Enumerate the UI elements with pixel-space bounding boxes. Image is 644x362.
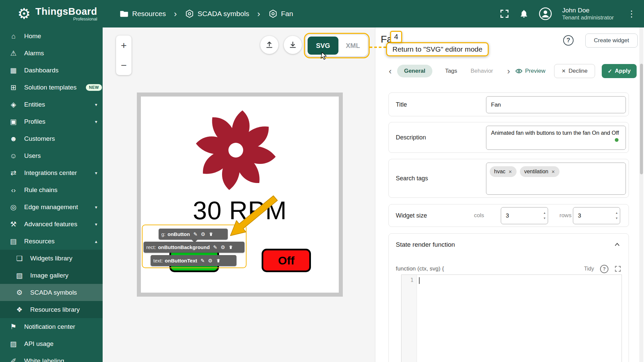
tabs-next-icon[interactable]: › <box>507 67 510 75</box>
tabs-prev-icon[interactable]: ‹ <box>389 67 392 75</box>
avatar[interactable] <box>539 7 552 20</box>
editor-help-button[interactable]: ? <box>600 265 608 273</box>
sidebar-item-rule-chains[interactable]: ‹›Rule chains <box>0 181 103 198</box>
tutorial-step-number: 4 <box>390 31 402 43</box>
apply-button[interactable]: ✓ Apply <box>602 64 637 78</box>
sidebar-item-api-usage[interactable]: ▨API usage <box>0 335 103 352</box>
scada-symbol-icon <box>268 9 278 18</box>
sidebar-item-image-gallery[interactable]: ▧Image gallery <box>0 267 103 284</box>
thingsboard-logo-icon: ⚙ <box>17 6 31 21</box>
download-button[interactable] <box>284 36 302 54</box>
edit-pencil-icon[interactable]: ✎ <box>193 231 198 237</box>
function-header-row: function (ctx, svg) { Tidy ? <box>396 263 621 275</box>
cols-input[interactable] <box>501 207 548 224</box>
cols-stepper: ▴ ▾ <box>501 207 548 224</box>
breadcrumb-scada-symbols[interactable]: SCADA symbols <box>185 9 249 18</box>
notification-center-icon: ⚑ <box>9 323 18 331</box>
kebab-menu-icon[interactable]: ⋮ <box>627 9 636 19</box>
edit-pencil-icon[interactable]: ✎ <box>201 258 205 264</box>
description-field-card: Description Animated fan with buttons to… <box>388 122 629 153</box>
trash-icon[interactable] <box>209 232 213 237</box>
stepper-down-icon[interactable]: ▾ <box>616 217 618 220</box>
sidebar-item-home[interactable]: ⌂Home <box>0 27 103 45</box>
breadcrumb-fan[interactable]: Fan <box>268 9 293 18</box>
zoom-in-button[interactable]: + <box>116 41 131 51</box>
collapse-chevron-icon[interactable] <box>614 242 621 248</box>
function-signature: function (ctx, svg) { <box>396 265 444 272</box>
notifications-bell-icon[interactable] <box>519 9 529 18</box>
sidebar-item-label: Rule chains <box>24 186 57 194</box>
app-tagline: Professional <box>73 16 97 21</box>
tidy-button[interactable]: Tidy <box>584 266 594 272</box>
sidebar-item-alarms[interactable]: ⚠Alarms <box>0 45 103 62</box>
tag-row-onButtonText: text: onButtonText ✎ ⚙ <box>151 255 236 266</box>
state-render-card: State render function function (ctx, svg… <box>388 233 629 362</box>
stepper-up-icon[interactable]: ▴ <box>616 211 618 215</box>
rows-input[interactable] <box>573 207 620 224</box>
app-logo[interactable]: ⚙ ThingsBoard Professional <box>0 6 103 21</box>
home-icon: ⌂ <box>9 32 18 40</box>
sidebar-item-advanced-features[interactable]: ⚒Advanced features▾ <box>0 216 103 233</box>
settings-gear-icon[interactable]: ⚙ <box>201 231 205 237</box>
sidebar-item-label: Customers <box>24 135 55 142</box>
tag-chip-ventilation[interactable]: ventilation ✕ <box>520 166 559 177</box>
sidebar-item-resources[interactable]: ▤Resources▴ <box>0 233 103 250</box>
trash-icon[interactable] <box>228 245 233 250</box>
editor-code-area[interactable] <box>417 275 622 362</box>
top-bar: ⚙ ThingsBoard Professional Resources › S… <box>0 0 644 27</box>
sidebar-item-edge-management[interactable]: ◎Edge management▾ <box>0 198 103 216</box>
new-badge: NEW <box>86 84 102 91</box>
settings-gear-icon[interactable]: ⚙ <box>208 258 212 264</box>
sidebar-item-label: Solution templates <box>24 84 76 91</box>
sidebar-item-widgets-library[interactable]: ❏Widgets library <box>0 250 103 267</box>
fan-off-button[interactable]: Off <box>262 249 311 272</box>
sidebar-item-notification-center[interactable]: ⚑Notification center <box>0 318 103 335</box>
stepper-up-icon[interactable]: ▴ <box>544 211 545 215</box>
tag-chip-hvac[interactable]: hvac ✕ <box>490 166 517 177</box>
stepper-down-icon[interactable]: ▾ <box>544 217 545 220</box>
trash-icon[interactable] <box>216 258 221 263</box>
sidebar-item-white-labeling[interactable]: ✐White labeling <box>0 352 103 362</box>
help-button[interactable]: ? <box>563 35 574 46</box>
upload-button[interactable] <box>260 36 278 54</box>
sidebar-item-scada-symbols[interactable]: ⚙SCADA symbols <box>0 284 103 301</box>
integrations-icon: ⇄ <box>9 169 18 177</box>
panel-scrollbar[interactable] <box>639 27 643 362</box>
preview-button[interactable]: Preview <box>515 67 545 75</box>
decline-button[interactable]: ✕ Decline <box>554 64 595 78</box>
title-input[interactable] <box>486 96 626 113</box>
chip-close-icon[interactable]: ✕ <box>508 169 512 174</box>
sidebar-item-customers[interactable]: ☻Customers <box>0 130 103 147</box>
sidebar-item-entities[interactable]: ◈Entities▾ <box>0 96 103 113</box>
sidebar-item-resources-library[interactable]: ❖Resources library <box>0 301 103 318</box>
scrollbar-thumb[interactable] <box>640 64 643 174</box>
fan-blades-graphic[interactable] <box>196 110 276 190</box>
sidebar-item-users[interactable]: ☺Users <box>0 147 103 164</box>
tab-tags[interactable]: Tags <box>445 68 457 74</box>
settings-gear-icon[interactable]: ⚙ <box>221 244 225 250</box>
description-textarea[interactable]: Animated fan with buttons to turn the fa… <box>486 126 626 150</box>
edit-pencil-icon[interactable]: ✎ <box>213 244 217 250</box>
tab-general[interactable]: General <box>397 65 432 77</box>
breadcrumb-resources[interactable]: Resources <box>119 9 166 18</box>
white-labeling-icon: ✐ <box>9 357 18 362</box>
sidebar-item-integrations-center[interactable]: ⇄Integrations center▾ <box>0 164 103 181</box>
tag-id: onButtonText <box>165 258 197 263</box>
create-widget-button[interactable]: Create widget <box>585 34 638 48</box>
tab-behavior[interactable]: Behavior <box>471 68 493 74</box>
xml-mode-button[interactable]: XML <box>339 37 367 55</box>
sidebar-item-dashboards[interactable]: ▦Dashboards <box>0 62 103 79</box>
sidebar-item-solution-templates[interactable]: ⊞Solution templatesNEW <box>0 79 103 96</box>
sidebar-item-profiles[interactable]: ▣Profiles▾ <box>0 113 103 130</box>
chip-close-icon[interactable]: ✕ <box>551 169 555 174</box>
editor-caret <box>419 277 420 284</box>
resources-library-icon: ❖ <box>15 306 24 314</box>
sidebar-item-label: Integrations center <box>24 169 77 177</box>
sidebar-item-label: Users <box>24 152 41 160</box>
editor-fullscreen-icon[interactable] <box>614 265 621 272</box>
code-editor[interactable]: 1 <box>401 275 622 362</box>
tags-input-box[interactable]: hvac ✕ ventilation ✕ <box>486 163 626 195</box>
zoom-out-button[interactable]: − <box>116 60 131 70</box>
sidebar-item-label: Profiles <box>24 118 45 125</box>
fullscreen-icon[interactable] <box>500 9 509 18</box>
